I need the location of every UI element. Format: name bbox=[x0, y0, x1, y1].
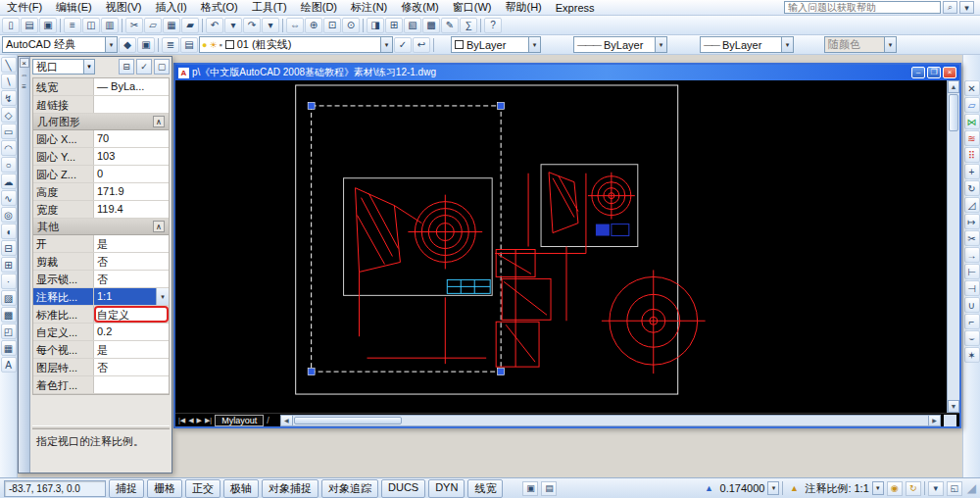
layer-states-icon[interactable]: ▤ bbox=[180, 37, 198, 53]
property-row-layer-overrides[interactable]: 图层特...否 bbox=[33, 359, 169, 376]
layer-previous-icon[interactable]: ↩ bbox=[413, 37, 430, 53]
property-row-ucs-per-viewport[interactable]: 每个视...是 bbox=[33, 341, 169, 359]
help-icon[interactable]: ? bbox=[484, 18, 502, 33]
construction-line-icon[interactable]: ∖ bbox=[1, 74, 17, 89]
restore-icon[interactable]: ❐ bbox=[927, 67, 941, 78]
status-toggle[interactable]: 正交 bbox=[185, 479, 220, 498]
menu-item[interactable]: 插入(I) bbox=[148, 0, 193, 15]
ellipse-icon[interactable]: ◎ bbox=[1, 207, 17, 223]
workspace-save-icon[interactable]: ▣ bbox=[137, 37, 155, 53]
layout-first-icon[interactable]: |◀ bbox=[178, 417, 185, 424]
property-row-custom-scale[interactable]: 自定义...0.2 bbox=[33, 324, 169, 341]
lineweight-select[interactable]: —— ByLayer ▾ bbox=[700, 36, 794, 53]
revision-cloud-icon[interactable]: ☁ bbox=[1, 174, 17, 189]
menu-item[interactable]: 工具(T) bbox=[245, 0, 294, 15]
break-icon[interactable]: ⊣ bbox=[964, 280, 980, 296]
ellipse-arc-icon[interactable]: ◖ bbox=[1, 224, 17, 239]
property-row-height[interactable]: 高度171.9 bbox=[33, 183, 169, 201]
status-toggle[interactable]: DUCS bbox=[381, 479, 425, 498]
menu-item[interactable]: 窗口(W) bbox=[446, 0, 499, 15]
paper-space-icon[interactable]: ▤ bbox=[541, 481, 557, 496]
annotation-scale-value[interactable]: 1:1 bbox=[854, 482, 868, 494]
property-value[interactable]: 103 bbox=[94, 148, 169, 165]
property-value[interactable]: 否 bbox=[94, 271, 169, 287]
chevron-down-icon[interactable]: ▾ bbox=[781, 37, 793, 52]
vertical-scroll-thumb[interactable] bbox=[949, 94, 958, 131]
linetype-select[interactable]: ——— ByLayer ▾ bbox=[573, 36, 667, 53]
palette-section-misc[interactable]: 其他∧ bbox=[33, 219, 169, 235]
scroll-down-icon[interactable]: ▼ bbox=[948, 400, 959, 413]
layer-select[interactable]: ● ☀ ▪ 01 (粗实线) ▾ bbox=[199, 36, 393, 53]
layout-last-icon[interactable]: ▶| bbox=[205, 417, 212, 424]
tool-palettes-icon[interactable]: ▧ bbox=[404, 18, 421, 33]
property-value[interactable]: 1:1▾ bbox=[94, 288, 169, 305]
stretch-icon[interactable]: ↦ bbox=[964, 214, 980, 229]
scroll-up-icon[interactable]: ▲ bbox=[948, 80, 959, 93]
trim-icon[interactable]: ✂ bbox=[964, 230, 980, 246]
copy-icon[interactable]: ▱ bbox=[144, 18, 162, 33]
publish-icon[interactable]: ▥ bbox=[101, 18, 119, 33]
gradient-icon[interactable]: ▩ bbox=[1, 307, 17, 323]
markup-set-manager-icon[interactable]: ✎ bbox=[441, 18, 459, 33]
undo-list-icon[interactable]: ▾ bbox=[224, 18, 242, 33]
palette-autohide-icon[interactable]: ⇔ bbox=[21, 71, 28, 79]
quickcalc-icon[interactable]: ∑ bbox=[460, 18, 477, 33]
property-value[interactable]: 0.2 bbox=[94, 324, 169, 340]
horizontal-scrollbar[interactable]: ◀ ▶ bbox=[280, 415, 941, 426]
property-value[interactable]: 否 bbox=[94, 253, 169, 270]
select-objects-icon[interactable]: ▢ bbox=[154, 59, 170, 75]
plot-icon[interactable]: ≡ bbox=[64, 18, 81, 33]
status-toggle[interactable]: 栅格 bbox=[147, 479, 182, 498]
status-toggle[interactable]: 极轴 bbox=[223, 479, 259, 498]
vertical-scrollbar[interactable]: ▲ ▼ bbox=[947, 80, 959, 413]
join-icon[interactable]: ∪ bbox=[964, 297, 980, 313]
chevron-down-icon[interactable]: ▾ bbox=[872, 481, 884, 495]
table-icon[interactable]: ▦ bbox=[1, 340, 17, 356]
zoom-realtime-icon[interactable]: ⊕ bbox=[305, 18, 322, 33]
arc-icon[interactable]: ◠ bbox=[1, 140, 17, 156]
grip-bottom-left[interactable] bbox=[308, 369, 315, 375]
property-row-display-locked[interactable]: 显示锁...否 bbox=[33, 271, 169, 288]
point-icon[interactable]: · bbox=[1, 274, 17, 289]
palette-titlebar[interactable]: × ⇔ ≡ bbox=[19, 57, 30, 473]
resize-grip-icon[interactable]: ◢ bbox=[967, 481, 976, 495]
property-row-hyperlink[interactable]: 超链接 bbox=[33, 96, 169, 114]
menu-item[interactable]: 帮助(H) bbox=[499, 0, 549, 15]
property-value[interactable]: 否 bbox=[94, 359, 169, 375]
help-search-input[interactable] bbox=[784, 1, 941, 14]
menu-item[interactable]: 标注(N) bbox=[344, 0, 394, 15]
status-toggle[interactable]: 捕捉 bbox=[109, 479, 144, 498]
plot-preview-icon[interactable]: ◫ bbox=[82, 18, 100, 33]
chevron-down-icon[interactable]: ▾ bbox=[884, 37, 896, 52]
property-row-center-y[interactable]: 圆心 Y...103 bbox=[33, 148, 169, 166]
layout-tab-mylayout[interactable]: Mylayout bbox=[215, 415, 264, 426]
move-icon[interactable]: + bbox=[964, 164, 980, 179]
status-toggle[interactable]: 对象捕捉 bbox=[262, 479, 318, 498]
chevron-up-icon[interactable]: ∧ bbox=[153, 221, 165, 232]
selected-viewport-boundary[interactable] bbox=[312, 106, 502, 372]
polyline-icon[interactable]: ↯ bbox=[1, 90, 17, 106]
menu-item[interactable]: 文件(F) bbox=[0, 0, 49, 15]
make-block-icon[interactable]: ⊞ bbox=[1, 257, 17, 273]
property-row-width[interactable]: 宽度119.4 bbox=[33, 201, 169, 219]
property-row-center-x[interactable]: 圆心 X...70 bbox=[33, 130, 169, 148]
status-toggle[interactable]: 线宽 bbox=[467, 479, 503, 498]
status-menu-icon[interactable]: ▾ bbox=[928, 481, 944, 496]
property-row-on[interactable]: 开是 bbox=[33, 235, 169, 253]
drawing-canvas[interactable] bbox=[175, 80, 947, 413]
chevron-down-icon[interactable]: ▾ bbox=[380, 37, 392, 52]
chevron-down-icon[interactable]: ▾ bbox=[156, 288, 169, 305]
property-value[interactable]: 0 bbox=[94, 166, 169, 182]
new-icon[interactable]: ▯ bbox=[2, 18, 20, 33]
chevron-down-icon[interactable]: ▾ bbox=[83, 60, 94, 74]
horizontal-scroll-thumb[interactable] bbox=[294, 417, 402, 424]
offset-icon[interactable]: ≋ bbox=[964, 130, 980, 146]
chevron-down-icon[interactable]: ▾ bbox=[105, 37, 117, 52]
chevron-down-icon[interactable]: ▾ bbox=[959, 1, 974, 14]
workspace-settings-icon[interactable]: ◆ bbox=[119, 37, 136, 53]
chevron-down-icon[interactable]: ▾ bbox=[655, 37, 666, 52]
status-toggle[interactable]: DYN bbox=[428, 479, 465, 498]
property-value[interactable] bbox=[94, 376, 169, 393]
scroll-left-icon[interactable]: ◀ bbox=[281, 416, 293, 425]
circle-icon[interactable]: ○ bbox=[1, 157, 17, 173]
